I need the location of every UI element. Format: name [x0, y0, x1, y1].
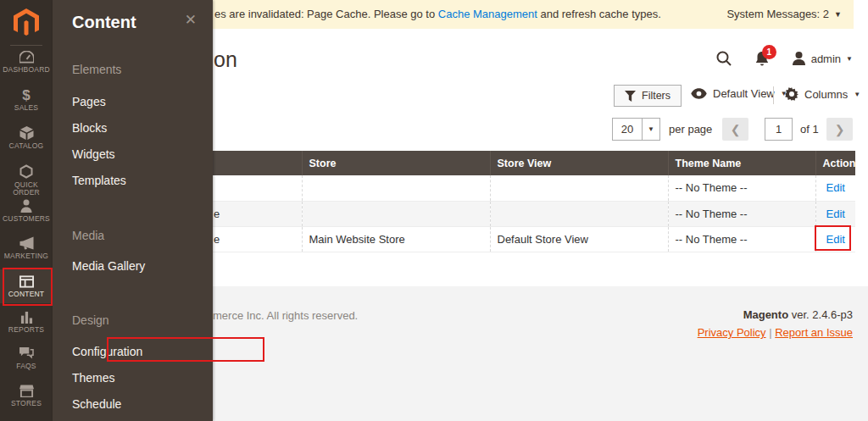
- dollar-icon: $: [19, 88, 33, 102]
- sidebar-item-catalog[interactable]: CATALOG: [0, 126, 53, 150]
- table-row: -- No Theme -- Edit: [213, 175, 855, 201]
- storefront-icon: [19, 385, 34, 397]
- sidebar-item-label: MARKETING: [4, 252, 48, 260]
- notice-text-start: es are invalidated: Page Cache. Please g…: [214, 8, 438, 20]
- footer-links: Privacy Policy | Report an Issue: [698, 326, 853, 339]
- funnel-icon: [625, 91, 636, 102]
- edit-link[interactable]: Edit: [826, 181, 845, 194]
- menu-item-blocks[interactable]: Blocks: [72, 121, 107, 135]
- filters-button[interactable]: Filters: [614, 85, 682, 107]
- cell-store-view: [490, 201, 668, 226]
- notifications-bell-icon[interactable]: 1: [754, 51, 770, 67]
- admin-username: admin: [811, 53, 841, 65]
- page-size-select[interactable]: 20 ▼: [612, 118, 660, 141]
- svg-text:$: $: [22, 88, 31, 102]
- sidebar-item-quick-order[interactable]: QUICK ORDER: [0, 164, 53, 197]
- cell-website: [213, 175, 302, 201]
- sidebar-item-label: FAQS: [16, 363, 36, 370]
- grid-toolbar: Filters Default View ▼ Columns ▼: [593, 85, 853, 108]
- gauge-icon: [19, 51, 34, 64]
- layout-icon: [19, 275, 34, 288]
- notification-count-badge: 1: [762, 45, 776, 59]
- sidebar-item-dashboard[interactable]: DASHBOARD: [0, 51, 53, 74]
- chevron-down-icon: ▼: [834, 10, 842, 19]
- chevron-down-icon: ▼: [642, 119, 659, 140]
- sidebar-item-label: CUSTOMERS: [3, 215, 50, 223]
- next-page-button[interactable]: ❯: [826, 118, 853, 141]
- menu-item-templates[interactable]: Templates: [72, 174, 126, 187]
- magento-admin-page: es are invalidated: Page Cache. Please g…: [0, 0, 868, 421]
- menu-item-widgets[interactable]: Widgets: [72, 147, 115, 161]
- edit-link[interactable]: Edit: [826, 208, 845, 220]
- content-flyout-menu: Content ✕ Elements Pages Blocks Widgets …: [53, 0, 213, 421]
- cell-website: e: [213, 226, 302, 252]
- menu-item-themes[interactable]: Themes: [72, 371, 115, 385]
- sidebar-item-label: STORES: [11, 400, 42, 407]
- sidebar-item-label: CONTENT: [8, 291, 44, 298]
- report-issue-link[interactable]: Report an Issue: [775, 326, 853, 339]
- current-page-input[interactable]: [765, 118, 793, 141]
- system-messages-toggle[interactable]: System Messages: 2▼: [726, 8, 842, 20]
- person-icon: [20, 199, 32, 213]
- menu-item-configuration[interactable]: Configuration: [72, 345, 142, 358]
- col-header-store-view[interactable]: Store View: [490, 151, 668, 175]
- magento-logo[interactable]: [12, 8, 41, 38]
- cell-theme: -- No Theme --: [668, 201, 815, 226]
- search-icon[interactable]: [715, 50, 732, 67]
- columns-control-label: Columns: [804, 88, 848, 101]
- sidebar-item-content[interactable]: CONTENT: [0, 269, 53, 303]
- header-actions: 1 admin ▼: [715, 47, 853, 70]
- flyout-title: Content: [72, 13, 136, 32]
- total-pages-label: of 1: [800, 123, 819, 136]
- cell-store-view: Default Store View: [490, 226, 668, 252]
- columns-control-button[interactable]: Columns ▼: [785, 87, 860, 101]
- edit-link-highlighted[interactable]: Edit: [826, 233, 845, 246]
- admin-account-menu[interactable]: admin ▼: [792, 51, 853, 66]
- flyout-section-media: Media: [72, 229, 104, 242]
- cache-management-link[interactable]: Cache Management: [438, 8, 537, 20]
- hexagon-icon: [19, 164, 33, 179]
- view-selector-label: Default View: [713, 87, 775, 100]
- sidebar-item-sales[interactable]: $ SALES: [0, 88, 53, 112]
- toolbar-divider: [773, 86, 774, 104]
- bar-chart-icon: [20, 311, 33, 324]
- cell-store: Main Website Store: [302, 226, 490, 252]
- link-separator: |: [769, 326, 771, 339]
- col-header-website[interactable]: [213, 151, 302, 175]
- cache-invalidated-message: es are invalidated: Page Cache. Please g…: [214, 8, 661, 20]
- col-header-store[interactable]: Store: [302, 151, 490, 175]
- sidebar-item-customers[interactable]: CUSTOMERS: [0, 199, 53, 223]
- sidebar-item-stores[interactable]: STORES: [0, 385, 53, 407]
- col-header-action: Action: [815, 151, 855, 175]
- box-icon: [19, 126, 34, 140]
- megaphone-icon: [19, 236, 34, 250]
- table-row: e Main Website Store Default Store View …: [213, 226, 855, 252]
- flyout-section-elements: Elements: [72, 63, 121, 76]
- admin-sidebar: DASHBOARD $ SALES CATALOG QUICK ORDER CU…: [0, 0, 53, 421]
- privacy-policy-link[interactable]: Privacy Policy: [698, 326, 766, 339]
- gear-icon: [785, 87, 798, 101]
- sidebar-item-faqs[interactable]: FAQS: [0, 346, 53, 370]
- filters-label: Filters: [642, 90, 670, 102]
- eye-icon: [691, 88, 707, 99]
- close-icon[interactable]: ✕: [185, 13, 197, 27]
- sidebar-item-label: SALES: [14, 104, 38, 112]
- previous-page-button[interactable]: ❮: [722, 118, 748, 141]
- menu-item-schedule[interactable]: Schedule: [72, 397, 121, 411]
- page-size-value: 20: [613, 119, 642, 140]
- page-title: on: [214, 47, 237, 72]
- copyright-text: merce Inc. All rights reserved.: [213, 309, 358, 322]
- flyout-section-design: Design: [72, 313, 109, 327]
- cell-store-view: [490, 175, 668, 201]
- col-header-theme-name[interactable]: Theme Name: [668, 151, 815, 175]
- pagination-bar: 20 ▼ per page ❮ of 1 ❯: [593, 118, 853, 141]
- user-icon: [792, 51, 806, 66]
- menu-item-pages[interactable]: Pages: [72, 95, 106, 108]
- cell-theme: -- No Theme --: [668, 226, 815, 252]
- menu-item-media-gallery[interactable]: Media Gallery: [72, 259, 145, 273]
- sidebar-item-reports[interactable]: REPORTS: [0, 311, 53, 334]
- system-messages-label: System Messages: 2: [726, 8, 829, 20]
- per-page-label: per page: [669, 123, 712, 136]
- sidebar-item-marketing[interactable]: MARKETING: [0, 236, 53, 260]
- version-number: ver. 2.4.6-p3: [792, 308, 853, 321]
